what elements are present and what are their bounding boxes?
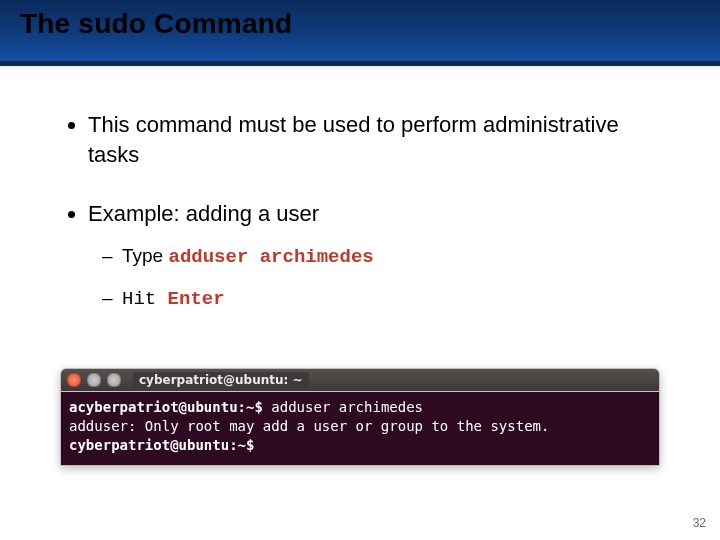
terminal-titlebar: cyberpatriot@ubuntu: ~ [61, 369, 659, 392]
close-icon[interactable] [67, 373, 81, 387]
sub-bullet-list: Type adduser archimedes Hit Enter [102, 243, 660, 312]
prompt-3: cyberpatriot@ubuntu:~$ [69, 437, 254, 453]
sub-bullet-2: Hit Enter [102, 285, 660, 313]
prompt-1: acyberpatriot@ubuntu:~$ [69, 399, 263, 415]
terminal-line-3: cyberpatriot@ubuntu:~$ [69, 436, 651, 455]
bullet-2: Example: adding a user Type adduser arch… [88, 199, 660, 312]
terminal-line-1: acyberpatriot@ubuntu:~$ adduser archimed… [69, 398, 651, 417]
page-number: 32 [693, 516, 706, 530]
bullet-1: This command must be used to perform adm… [88, 110, 660, 169]
sub1-command: adduser archimedes [168, 246, 373, 268]
title-shadow [0, 64, 720, 70]
terminal-body[interactable]: acyberpatriot@ubuntu:~$ adduser archimed… [61, 392, 659, 465]
bullet-2-text: Example: adding a user [88, 201, 319, 226]
sub1-prefix: Type [122, 245, 168, 266]
slide-body: This command must be used to perform adm… [60, 110, 660, 342]
sub-bullet-1: Type adduser archimedes [102, 243, 660, 271]
terminal-window-title: cyberpatriot@ubuntu: ~ [133, 372, 309, 388]
maximize-icon[interactable] [107, 373, 121, 387]
bullet-list: This command must be used to perform adm… [60, 110, 660, 312]
cmd-1: adduser archimedes [263, 399, 423, 415]
terminal-window: cyberpatriot@ubuntu: ~ acyberpatriot@ubu… [60, 368, 660, 466]
slide-title: The sudo Command [20, 8, 292, 40]
terminal-line-2: adduser: Only root may add a user or gro… [69, 417, 651, 436]
minimize-icon[interactable] [87, 373, 101, 387]
sub2-key: Enter [168, 288, 225, 310]
slide: The sudo Command This command must be us… [0, 0, 720, 540]
sub2-prefix: Hit [122, 288, 168, 310]
